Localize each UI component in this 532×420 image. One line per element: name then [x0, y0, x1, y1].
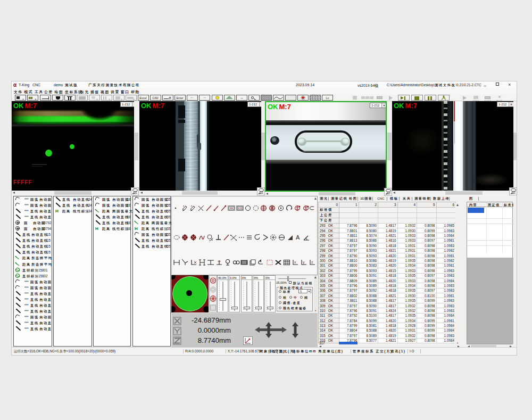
svg-text:A: A: [296, 234, 300, 241]
svg-text:x: x: [294, 260, 296, 264]
svg-text:y: y: [303, 260, 305, 265]
svg-text:z: z: [311, 260, 313, 264]
